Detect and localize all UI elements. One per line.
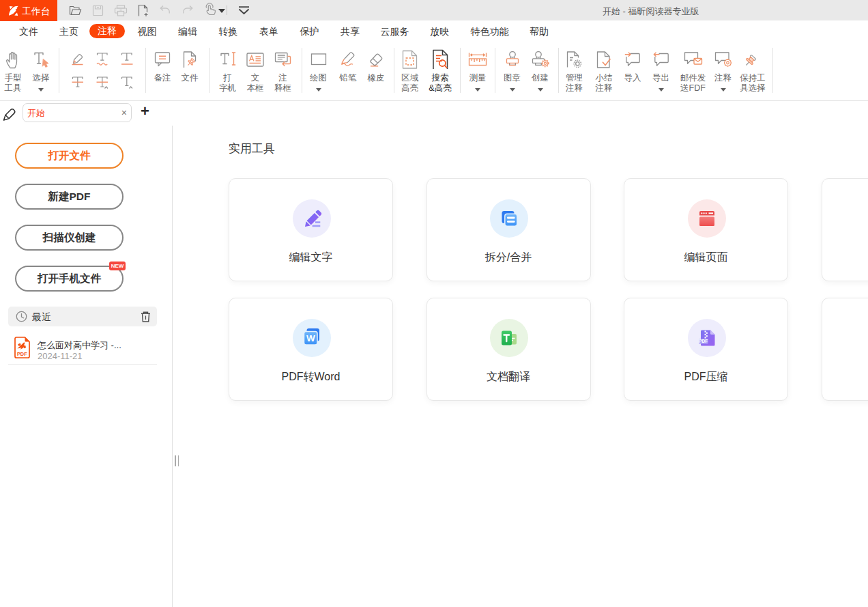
svg-text:PDF: PDF [17,351,27,357]
svg-text:PDF: PDF [699,339,708,343]
svg-text:W: W [306,333,315,343]
